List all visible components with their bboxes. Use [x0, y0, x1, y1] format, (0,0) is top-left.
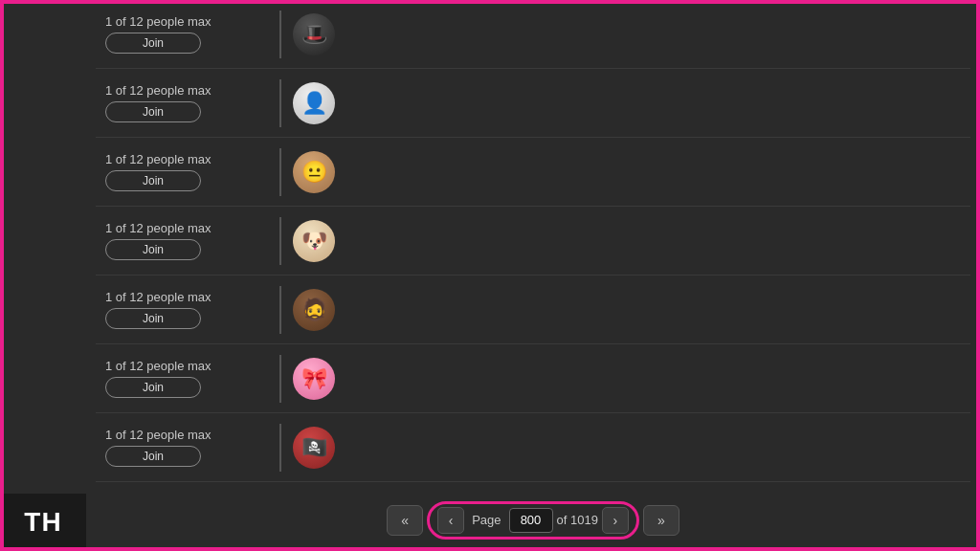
- avatar: 👤: [293, 82, 335, 124]
- main-content: 1 of 12 people max Join 🎩 1 of 12 people…: [86, 0, 980, 551]
- avatar: 🏴‍☠️: [293, 427, 335, 469]
- divider: [279, 217, 281, 265]
- pagination-first-button[interactable]: «: [387, 505, 423, 536]
- server-info: 1 of 12 people max Join: [105, 14, 268, 54]
- logo-text: TH: [24, 507, 61, 538]
- pagination-last-button[interactable]: »: [643, 505, 679, 536]
- join-button[interactable]: Join: [105, 239, 201, 260]
- table-row: 1 of 12 people max Join 🧔: [96, 276, 970, 344]
- server-capacity: 1 of 12 people max: [105, 359, 268, 373]
- server-capacity: 1 of 12 people max: [105, 290, 268, 304]
- table-row: 1 of 12 people max Join 😐: [96, 138, 970, 207]
- server-info: 1 of 12 people max Join: [105, 428, 268, 467]
- avatar: 🎀: [293, 358, 335, 400]
- server-info: 1 of 12 people max Join: [105, 221, 268, 260]
- server-info: 1 of 12 people max Join: [105, 359, 268, 398]
- server-capacity: 1 of 12 people max: [105, 14, 268, 29]
- server-info: 1 of 12 people max Join: [105, 290, 268, 329]
- server-info: 1 of 12 people max Join: [105, 83, 268, 122]
- avatar: 🧔: [293, 289, 335, 331]
- divider: [279, 424, 281, 472]
- divider: [279, 148, 281, 196]
- avatar: 😐: [293, 151, 335, 193]
- divider: [279, 79, 281, 127]
- pagination-of-label: of 1019: [557, 513, 598, 527]
- avatar: 🎩: [293, 13, 335, 55]
- join-button[interactable]: Join: [105, 308, 201, 329]
- table-row: 1 of 12 people max Join 👤: [96, 69, 970, 138]
- server-capacity: 1 of 12 people max: [105, 428, 268, 442]
- join-button[interactable]: Join: [105, 170, 201, 191]
- pagination-highlight-group: ‹ Page of 1019 ›: [427, 501, 639, 540]
- join-button[interactable]: Join: [105, 446, 201, 467]
- th-logo: TH: [0, 494, 86, 551]
- join-button[interactable]: Join: [105, 101, 201, 122]
- table-row: 1 of 12 people max Join 🏴‍☠️: [96, 413, 970, 482]
- pagination-next-button[interactable]: ›: [602, 507, 629, 534]
- divider: [279, 11, 281, 58]
- server-capacity: 1 of 12 people max: [105, 152, 268, 166]
- divider: [279, 286, 281, 334]
- server-capacity: 1 of 12 people max: [105, 83, 268, 98]
- server-info: 1 of 12 people max Join: [105, 152, 268, 191]
- join-button[interactable]: Join: [105, 33, 201, 54]
- pagination-page-label: Page: [468, 513, 504, 527]
- server-capacity: 1 of 12 people max: [105, 221, 268, 235]
- divider: [279, 355, 281, 403]
- pagination-page-input[interactable]: [509, 508, 553, 533]
- join-button[interactable]: Join: [105, 377, 201, 398]
- table-row: 1 of 12 people max Join 🐶: [96, 207, 970, 276]
- avatar: 🐶: [293, 220, 335, 262]
- table-row: 1 of 12 people max Join 🎩: [96, 0, 970, 69]
- pagination-prev-button[interactable]: ‹: [437, 507, 464, 534]
- pagination-bar: « ‹ Page of 1019 › »: [86, 494, 980, 551]
- table-row: 1 of 12 people max Join 🎀: [96, 344, 970, 413]
- server-list: 1 of 12 people max Join 🎩 1 of 12 people…: [86, 0, 980, 494]
